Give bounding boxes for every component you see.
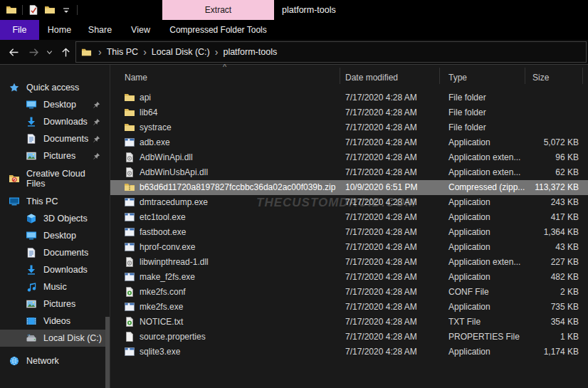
table-row[interactable]: mke2fs.exe7/17/2020 4:28 AMApplication73… — [110, 300, 588, 315]
file-icon-app — [124, 241, 135, 253]
file-icon-folder — [124, 107, 135, 118]
table-row[interactable]: AdbWinUsbApi.dll7/17/2020 4:28 AMApplica… — [110, 165, 588, 180]
table-row[interactable]: source.properties7/17/2020 4:28 AMPROPER… — [110, 330, 588, 345]
toolbar-dropdown-icon[interactable] — [61, 4, 72, 16]
properties-check-icon[interactable] — [28, 4, 39, 16]
cell-size: 96 KB — [495, 150, 579, 165]
document-icon — [26, 247, 37, 258]
cell-name: mke2fs.exe — [140, 300, 183, 315]
breadcrumb-chevron-icon[interactable]: › — [210, 42, 224, 62]
forward-button[interactable] — [24, 40, 43, 64]
file-icon-dll — [124, 167, 135, 178]
column-separator[interactable] — [582, 68, 583, 84]
explorer-window-icon[interactable] — [6, 4, 17, 16]
tab-compressed-folder-tools[interactable]: Compressed Folder Tools — [162, 20, 274, 40]
cell-name: etc1tool.exe — [140, 210, 186, 225]
table-row[interactable]: sqlite3.exe7/17/2020 4:28 AMApplication1… — [110, 345, 588, 360]
table-row[interactable]: AdbWinApi.dll7/17/2020 4:28 AMApplicatio… — [110, 150, 588, 165]
new-folder-icon[interactable] — [44, 4, 56, 16]
cell-size: 417 KB — [495, 210, 579, 225]
column-separator[interactable] — [340, 68, 340, 84]
tab-file[interactable]: File — [0, 20, 39, 40]
cell-date: 7/17/2020 4:28 AM — [345, 225, 417, 240]
cell-date: 7/17/2020 4:28 AM — [345, 90, 417, 105]
column-header-name[interactable]: Name — [125, 73, 147, 83]
table-row[interactable]: make_f2fs.exe7/17/2020 4:28 AMApplicatio… — [110, 270, 588, 285]
sidebar-item-documents[interactable]: Documents — [0, 244, 105, 261]
titlebar: Extract platform-tools — [0, 0, 588, 20]
file-icon-folder — [124, 122, 135, 133]
table-row[interactable]: NOTICE.txt7/17/2020 4:28 AMTXT File354 K… — [110, 315, 588, 330]
table-row[interactable]: api7/17/2020 4:28 AMFile folder — [110, 90, 588, 105]
recent-locations-button[interactable] — [43, 40, 56, 64]
chevron-down-icon — [46, 48, 53, 56]
table-row[interactable]: etc1tool.exe7/17/2020 4:28 AMApplication… — [110, 210, 588, 225]
column-header-row: ^ NameDate modifiedTypeSize — [110, 65, 588, 87]
pin-icon[interactable] — [92, 135, 101, 144]
cell-name: dmtracedump.exe — [140, 195, 208, 210]
table-row[interactable]: systrace7/17/2020 4:28 AMFile folder — [110, 120, 588, 135]
picture-icon — [26, 298, 37, 310]
sidebar-item-quick-access[interactable]: Quick access — [0, 79, 105, 96]
sidebar-item-desktop[interactable]: Desktop — [0, 96, 105, 113]
table-row[interactable]: mke2fs.conf7/17/2020 4:28 AMCONF File2 K… — [110, 285, 588, 300]
tab-home[interactable]: Home — [39, 20, 80, 40]
back-button[interactable] — [4, 40, 23, 64]
table-row[interactable]: adb.exe7/17/2020 4:28 AMApplication5,072… — [110, 135, 588, 150]
sidebar-item-pictures[interactable]: Pictures — [0, 147, 105, 164]
sidebar-item-downloads[interactable]: Downloads — [0, 113, 105, 130]
column-header-size[interactable]: Size — [532, 73, 549, 83]
cell-date: 7/17/2020 4:28 AM — [345, 315, 417, 330]
sidebar-item-documents[interactable]: Documents — [0, 130, 105, 147]
sidebar-item-network[interactable]: Network — [0, 352, 105, 369]
sort-ascending-indicator[interactable]: ^ — [223, 63, 226, 71]
sidebar-item-videos[interactable]: Videos — [0, 313, 105, 330]
sidebar-item-desktop[interactable]: Desktop — [0, 227, 105, 244]
cell-type: File folder — [448, 90, 486, 105]
sidebar-item-3d-objects[interactable]: 3D Objects — [0, 210, 105, 227]
file-list: ^ NameDate modifiedTypeSize THECUSTOMDRO… — [110, 65, 588, 388]
cell-name: fastboot.exe — [140, 225, 186, 240]
cell-size: 1,364 KB — [495, 225, 579, 240]
pin-icon[interactable] — [92, 117, 101, 127]
sidebar-item-creative-cloud-files[interactable]: Creative Cloud Files — [0, 170, 105, 187]
sidebar-item-downloads[interactable]: Downloads — [0, 261, 105, 278]
column-header-type[interactable]: Type — [448, 73, 467, 83]
up-button[interactable] — [57, 40, 74, 64]
table-row[interactable]: libwinpthread-1.dll7/17/2020 4:28 AMAppl… — [110, 255, 588, 270]
table-row[interactable]: lib647/17/2020 4:28 AMFile folder — [110, 105, 588, 120]
sidebar-item-label: Videos — [43, 316, 70, 326]
sidebar-item-this-pc[interactable]: This PC — [0, 193, 105, 210]
tab-view[interactable]: View — [120, 20, 161, 40]
table-row[interactable]: hprof-conv.exe7/17/2020 4:28 AMApplicati… — [110, 240, 588, 255]
cell-date: 7/17/2020 4:28 AM — [345, 105, 417, 120]
pin-icon[interactable] — [92, 152, 101, 161]
quick-access-toolbar — [6, 0, 78, 20]
tab-share[interactable]: Share — [80, 20, 120, 40]
column-separator[interactable] — [525, 68, 525, 84]
cell-date: 7/17/2020 4:28 AM — [345, 165, 417, 180]
pin-icon[interactable] — [92, 100, 101, 110]
sidebar-item-local-disk-c[interactable]: Local Disk (C:) — [0, 330, 105, 347]
sidebar-item-pictures[interactable]: Pictures — [0, 295, 105, 313]
extract-button[interactable]: Extract — [162, 0, 274, 20]
table-row[interactable]: b63d6d11720a8197827fccbbc36da02ac00f039b… — [110, 180, 588, 195]
cell-size: 43 KB — [495, 240, 579, 255]
sidebar-item-music[interactable]: Music — [0, 278, 105, 295]
breadcrumb-chevron-icon[interactable]: › — [93, 42, 107, 62]
breadcrumb-item[interactable]: Local Disk (C:) — [152, 47, 210, 57]
breadcrumb-chevron-icon[interactable]: › — [138, 42, 152, 62]
breadcrumb-item[interactable]: This PC — [107, 47, 138, 57]
forward-arrow-icon — [28, 46, 40, 58]
table-row[interactable]: dmtracedump.exe7/17/2020 4:28 AMApplicat… — [110, 195, 588, 210]
cell-date: 7/17/2020 4:28 AM — [345, 240, 417, 255]
file-rows: api7/17/2020 4:28 AMFile folderlib647/17… — [110, 90, 588, 360]
sidebar-item-label: Pictures — [43, 299, 75, 309]
breadcrumb-item[interactable]: platform-tools — [223, 47, 277, 57]
column-header-date-modified[interactable]: Date modified — [345, 73, 398, 83]
table-row[interactable]: fastboot.exe7/17/2020 4:28 AMApplication… — [110, 225, 588, 240]
column-separator[interactable] — [439, 68, 440, 84]
address-bar[interactable]: ›This PC›Local Disk (C:)›platform-tools — [75, 41, 587, 63]
cell-date: 7/17/2020 4:28 AM — [345, 300, 417, 315]
cell-size: 243 KB — [495, 195, 579, 210]
